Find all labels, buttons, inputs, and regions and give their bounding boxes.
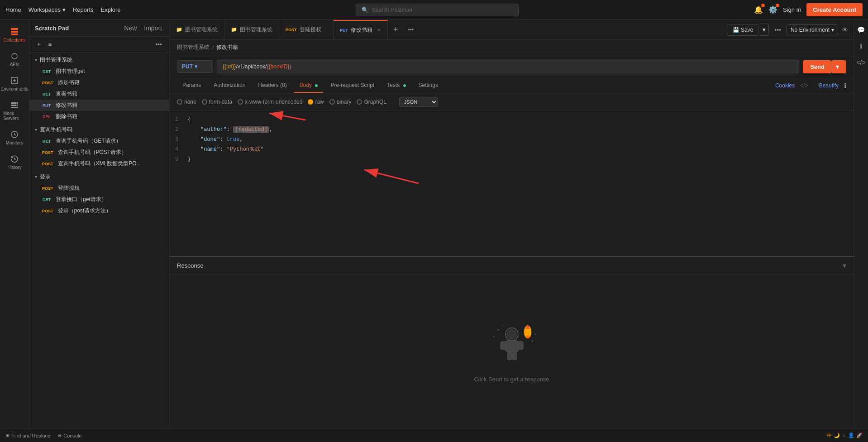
code-editor[interactable]: 1 2 3 4 5 { "author": [redacted], "done"… — [170, 111, 854, 256]
collection-item-login-get[interactable]: GET 登录接口（get请求） — [29, 194, 169, 205]
save-button[interactable]: 💾 Save — [727, 24, 759, 36]
method-selector[interactable]: PUT ▾ — [177, 60, 213, 73]
nav-home[interactable]: Home — [5, 6, 21, 13]
breadcrumb-root: 图书管理系统 — [177, 43, 210, 51]
svg-point-8 — [16, 103, 17, 104]
url-variable-prefix: {{url}} — [223, 63, 236, 70]
collection-item-login-auth[interactable]: POST 登陆授权 — [29, 183, 169, 194]
method-get-badge: GET — [40, 139, 53, 144]
beautify-button[interactable]: Beautify — [819, 82, 839, 89]
req-tab-settings[interactable]: Settings — [413, 78, 444, 93]
right-code-icon[interactable]: </> — [854, 56, 868, 69]
body-type-urlencoded[interactable]: x-www-form-urlencoded — [238, 99, 302, 105]
language-button[interactable]: 中 🌙 ☆ 👤 🚀 — [827, 432, 863, 439]
sidebar-item-mock-servers[interactable]: Mock Servers — [1, 97, 28, 125]
collapse-response-button[interactable]: ▾ — [843, 261, 846, 270]
tab-login[interactable]: POST 登陆授权 — [279, 20, 334, 40]
collection-item-delete-book[interactable]: DEL 删除书籍 — [29, 111, 169, 122]
body-type-form-data[interactable]: form-data — [202, 99, 232, 105]
collection-item-view-book[interactable]: GET 查看书籍 — [29, 88, 169, 100]
req-tab-authorization[interactable]: Authorization — [208, 78, 251, 93]
req-tab-body[interactable]: Body — [294, 78, 324, 93]
breadcrumb: 图书管理系统 / 修改书籍 — [170, 40, 854, 55]
environment-selector[interactable]: No Environment ▾ — [787, 24, 838, 35]
body-type-graphql[interactable]: GraphQL — [357, 99, 386, 105]
json-format-select[interactable]: JSON Text JavaScript HTML XML — [399, 97, 438, 107]
send-dropdown-button[interactable]: ▾ — [832, 60, 846, 73]
sidebar-item-history[interactable]: History — [1, 151, 28, 173]
item-name: 查询手机号码（POST请求） — [58, 149, 127, 156]
collection-item-phone-xml[interactable]: POST 查询手机号码（XML数据类型PO... — [29, 158, 169, 169]
right-comments-icon[interactable]: 💬 — [854, 24, 868, 36]
right-sidebar: 💬 ℹ </> — [854, 20, 868, 428]
item-name: 查询手机号码（GET请求） — [56, 137, 121, 145]
body-options: none form-data x-www-form-urlencoded raw… — [170, 93, 854, 111]
req-tab-prerequest[interactable]: Pre-request Script — [325, 78, 380, 93]
nav-explore[interactable]: Explore — [101, 6, 121, 13]
panel-action-buttons: New Import — [122, 24, 164, 33]
svg-rect-7 — [11, 107, 18, 108]
collection-item-login-post[interactable]: POST 登录（post请求方法） — [29, 205, 169, 216]
search-input[interactable]: 🔍 Search Postman — [356, 4, 519, 16]
more-options-button[interactable]: ••• — [773, 25, 783, 34]
req-tab-tests[interactable]: Tests — [382, 78, 411, 93]
response-body: Click Send to get a response — [170, 275, 854, 428]
add-collection-button[interactable]: + — [35, 39, 43, 49]
cookies-button[interactable]: Cookies — [775, 82, 795, 89]
collection-group-2[interactable]: ▾ 查询手机号码 — [29, 124, 169, 135]
save-dropdown-button[interactable]: ▾ — [760, 24, 769, 36]
sidebar-item-monitors[interactable]: Monitors — [1, 126, 28, 149]
notifications-icon[interactable]: 🔔 — [754, 5, 763, 14]
eye-icon[interactable]: 👁 — [842, 26, 848, 34]
collection-item-phone-get[interactable]: GET 查询手机号码（GET请求） — [29, 135, 169, 147]
radio-none — [177, 99, 182, 105]
method-post-badge: POST — [40, 80, 55, 86]
collection-item-phone-post[interactable]: POST 查询手机号码（POST请求） — [29, 147, 169, 158]
info-icon[interactable]: ℹ — [844, 82, 846, 89]
url-input[interactable]: {{url}}/v1/api/book/{{bookID}} — [217, 60, 799, 73]
item-name: 登陆授权 — [58, 184, 80, 192]
sort-collections-button[interactable]: ≡ — [46, 40, 53, 49]
console-button[interactable]: ⊟ Console — [57, 432, 81, 438]
tab-label: 图书管理系统 — [185, 26, 218, 34]
req-tab-headers[interactable]: Headers (8) — [253, 78, 292, 93]
req-tab-params[interactable]: Params — [177, 78, 206, 93]
radio-binary — [329, 99, 335, 105]
nav-workspaces[interactable]: Workspaces ▾ — [29, 6, 66, 13]
code-line-1: { — [187, 115, 850, 125]
new-button[interactable]: New — [122, 24, 138, 33]
mock-servers-label: Mock Servers — [3, 111, 26, 121]
sidebar-item-collections[interactable]: Collections — [1, 24, 28, 46]
sign-in-button[interactable]: Sign In — [783, 6, 801, 13]
sidebar-item-environments[interactable]: Environments — [1, 72, 28, 95]
send-button[interactable]: Send — [803, 60, 832, 73]
create-account-button[interactable]: Create Account — [806, 3, 863, 16]
more-tabs-button[interactable]: ••• — [404, 27, 419, 33]
tab-label: 图书管理系统 — [240, 26, 272, 34]
collection-item-add-book[interactable]: POST 添加书籍 — [29, 77, 169, 88]
body-type-none[interactable]: none — [177, 99, 196, 105]
body-type-binary[interactable]: binary — [329, 99, 352, 105]
sidebar-item-apis[interactable]: APIs — [1, 48, 28, 71]
nav-reports[interactable]: Reports — [73, 6, 94, 13]
collection-group-3[interactable]: ▾ 登录 — [29, 171, 169, 183]
chevron-down-icon: ▾ — [831, 27, 834, 33]
collections-panel: Scratch Pad New Import + ≡ ••• ▾ 图书管理系统 … — [29, 20, 170, 428]
collection-item-edit-book[interactable]: PUT 修改书籍 — [29, 100, 169, 111]
collection-group-1[interactable]: ▾ 图书管理系统 — [29, 54, 169, 66]
group3-name: 登录 — [40, 173, 51, 181]
find-replace-button[interactable]: ⊞ Find and Replace — [5, 432, 50, 438]
tab-edit-book[interactable]: PUT 修改书籍 ✕ — [334, 20, 388, 40]
more-collections-button[interactable]: ••• — [153, 40, 164, 49]
tab-1[interactable]: 📁 图书管理系统 — [224, 20, 279, 40]
collection-item-get-books[interactable]: GET 图书管理get — [29, 66, 169, 77]
add-tab-button[interactable]: + — [388, 25, 404, 34]
body-type-raw[interactable]: raw — [308, 99, 324, 105]
settings-icon[interactable]: ⚙️ — [768, 5, 777, 14]
import-button[interactable]: Import — [142, 24, 164, 33]
close-tab-button[interactable]: ✕ — [377, 27, 381, 33]
code-content[interactable]: { "author": [redacted], "done": true, "n… — [184, 115, 854, 253]
radio-form-data — [202, 99, 207, 105]
tab-0[interactable]: 📁 图书管理系统 — [170, 20, 224, 40]
right-info-icon[interactable]: ℹ — [857, 40, 865, 53]
